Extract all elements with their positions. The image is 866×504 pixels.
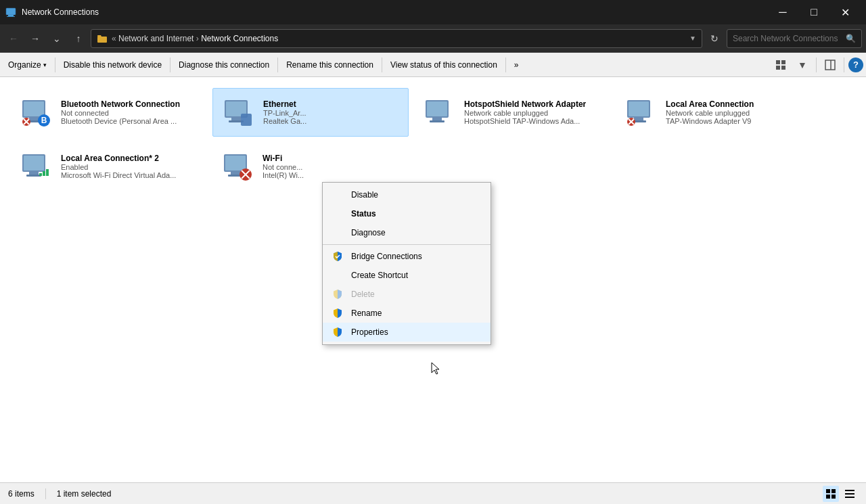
maximize-button[interactable]: □ bbox=[798, 0, 829, 24]
svg-rect-43 bbox=[225, 156, 246, 170]
details-view-button[interactable] bbox=[842, 486, 858, 502]
view-dropdown-button[interactable]: ▼ bbox=[793, 55, 812, 74]
address-bar[interactable]: « Network and Internet › Network Connect… bbox=[91, 29, 702, 48]
rename-connection-button[interactable]: Rename this connection bbox=[281, 55, 379, 74]
network-icon-vpn bbox=[421, 94, 457, 131]
network-name: HotspotShield Network Adapter bbox=[464, 99, 603, 109]
svg-rect-26 bbox=[432, 118, 442, 120]
context-menu-separator bbox=[323, 244, 491, 245]
close-button[interactable]: ✕ bbox=[829, 0, 861, 24]
context-menu-item-properties[interactable]: Properties bbox=[323, 323, 491, 342]
context-menu-item-diagnose[interactable]: Diagnose bbox=[323, 223, 491, 242]
title-bar: Network Connections ─ □ ✕ bbox=[0, 0, 866, 24]
svg-rect-4 bbox=[776, 60, 780, 64]
network-name: Wi-Fi bbox=[263, 154, 402, 163]
mouse-cursor bbox=[430, 361, 443, 375]
svg-rect-5 bbox=[781, 60, 785, 64]
toolbar-separator-7 bbox=[844, 58, 844, 72]
svg-rect-29 bbox=[629, 101, 649, 116]
selected-count: 1 item selected bbox=[57, 489, 112, 499]
organize-button[interactable]: Organize ▾ bbox=[3, 55, 52, 74]
svg-rect-38 bbox=[26, 175, 41, 177]
back-button[interactable]: ← bbox=[4, 29, 23, 48]
svg-rect-21 bbox=[231, 118, 241, 120]
list-item[interactable]: Local Area Connection Network cable unpl… bbox=[616, 88, 812, 137]
large-icons-view-button[interactable] bbox=[823, 486, 839, 502]
svg-rect-27 bbox=[430, 120, 445, 122]
address-folder-icon bbox=[97, 33, 108, 44]
context-menu-item-rename[interactable]: Rename bbox=[323, 304, 491, 323]
svg-rect-2 bbox=[7, 16, 15, 17]
network-name: Local Area Connection* 2 bbox=[61, 154, 200, 163]
network-adapter: Microsoft Wi-Fi Direct Virtual Ada... bbox=[61, 171, 200, 179]
minimize-button[interactable]: ─ bbox=[767, 0, 798, 24]
disable-icon bbox=[331, 188, 344, 202]
search-icon: 🔍 bbox=[846, 34, 856, 43]
network-adapter: Bluetooth Device (Personal Area ... bbox=[61, 117, 200, 125]
network-status: Not conne... bbox=[263, 163, 402, 171]
list-item[interactable]: HotspotShield Network Adapter Network ca… bbox=[414, 88, 610, 137]
network-status: Not connected bbox=[61, 109, 200, 117]
svg-rect-12 bbox=[29, 118, 39, 120]
network-icon-wifi-direct bbox=[18, 148, 54, 185]
status-bar: 6 items 1 item selected bbox=[0, 482, 866, 504]
svg-rect-11 bbox=[24, 101, 44, 116]
list-item[interactable]: Local Area Connection* 2 Enabled Microso… bbox=[11, 142, 207, 191]
view-status-button[interactable]: View status of this connection bbox=[385, 55, 503, 74]
svg-rect-40 bbox=[43, 171, 45, 176]
window-controls: ─ □ ✕ bbox=[767, 0, 861, 24]
toolbar-separator-1 bbox=[55, 58, 55, 72]
more-options-button[interactable]: » bbox=[509, 55, 524, 74]
svg-rect-37 bbox=[29, 172, 39, 175]
app-icon bbox=[5, 7, 16, 18]
help-button[interactable]: ? bbox=[848, 58, 863, 72]
svg-rect-54 bbox=[845, 493, 854, 495]
svg-rect-3 bbox=[97, 37, 107, 43]
svg-rect-1 bbox=[8, 15, 14, 16]
context-menu-item-disable[interactable]: Disable bbox=[323, 185, 491, 204]
context-menu-item-bridge[interactable]: Bridge Connections bbox=[323, 247, 491, 266]
toolbar-view-controls: ▼ ? bbox=[771, 55, 863, 74]
list-item[interactable]: B Bluetooth Network Connection Not conne… bbox=[11, 88, 207, 137]
toolbar-separator-5 bbox=[505, 58, 506, 72]
search-bar[interactable]: 🔍 bbox=[727, 29, 862, 48]
preview-pane-button[interactable] bbox=[821, 55, 840, 74]
toolbar-separator-6 bbox=[816, 58, 817, 72]
shortcut-icon bbox=[331, 269, 344, 282]
rename-shield-icon bbox=[331, 306, 344, 320]
context-menu-item-create-shortcut[interactable]: Create Shortcut bbox=[323, 266, 491, 285]
list-item[interactable]: Ethernet TP-Link_Ar... Realtek Ga... bbox=[212, 88, 409, 137]
context-menu-item-delete[interactable]: Delete bbox=[323, 285, 491, 304]
status-separator bbox=[45, 488, 46, 499]
svg-rect-7 bbox=[781, 66, 785, 70]
disable-device-button[interactable]: Disable this network device bbox=[58, 55, 167, 74]
refresh-button[interactable]: ↻ bbox=[705, 29, 724, 48]
network-info-vpn: HotspotShield Network Adapter Network ca… bbox=[464, 99, 603, 125]
toolbar-separator-4 bbox=[382, 58, 382, 72]
network-status: TP-Link_Ar... bbox=[263, 109, 401, 117]
recent-button[interactable]: ⌄ bbox=[47, 29, 66, 48]
address-text: « Network and Internet › Network Connect… bbox=[112, 34, 685, 43]
address-dropdown-icon[interactable]: ▼ bbox=[689, 35, 696, 42]
up-button[interactable]: ↑ bbox=[69, 29, 88, 48]
toolbar-separator-3 bbox=[277, 58, 278, 72]
svg-rect-41 bbox=[46, 169, 49, 176]
properties-shield-icon bbox=[331, 325, 344, 339]
status-icon bbox=[331, 207, 344, 221]
forward-button[interactable]: → bbox=[26, 29, 45, 48]
window-title: Network Connections bbox=[22, 7, 762, 17]
toolbar: Organize ▾ Disable this network device D… bbox=[0, 53, 866, 77]
svg-rect-53 bbox=[845, 490, 854, 491]
context-menu-item-status[interactable]: Status bbox=[323, 204, 491, 223]
svg-rect-39 bbox=[39, 173, 42, 176]
svg-rect-0 bbox=[6, 8, 16, 15]
network-status: Enabled bbox=[61, 163, 200, 171]
search-input[interactable] bbox=[733, 34, 843, 43]
network-status: Network cable unplugged bbox=[464, 109, 603, 117]
diagnose-connection-button[interactable]: Diagnose this connection bbox=[173, 55, 275, 74]
svg-rect-51 bbox=[826, 495, 830, 499]
svg-text:B: B bbox=[41, 116, 47, 125]
main-content: B Bluetooth Network Connection Not conne… bbox=[0, 77, 866, 482]
change-view-button[interactable] bbox=[771, 55, 790, 74]
network-adapter: Realtek Ga... bbox=[263, 117, 401, 125]
